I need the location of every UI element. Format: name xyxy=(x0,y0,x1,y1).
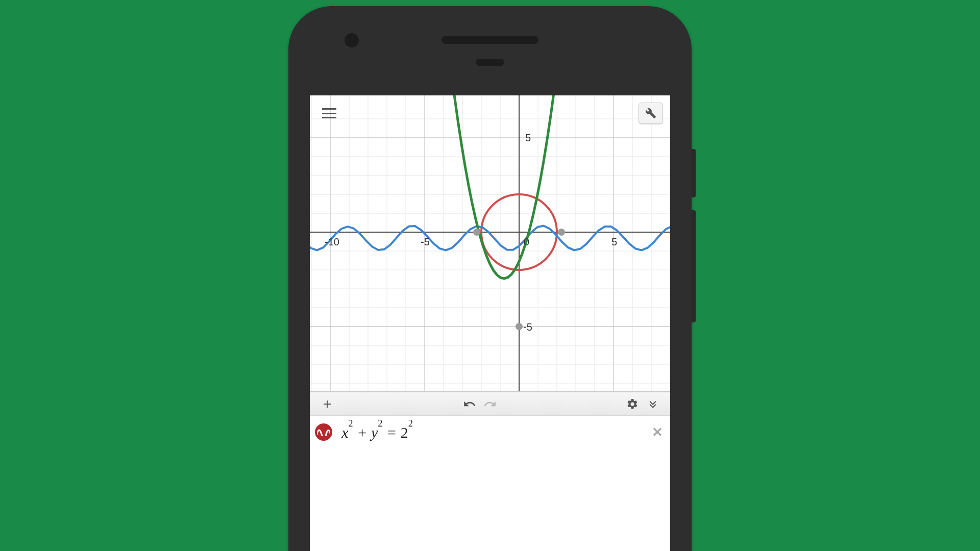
chevron-double-down-icon xyxy=(647,398,659,410)
close-icon: ✕ xyxy=(652,424,663,440)
redo-button[interactable] xyxy=(480,394,500,414)
phone-proximity-sensor xyxy=(476,59,504,66)
gear-icon xyxy=(626,398,639,410)
phone-volume-button xyxy=(692,210,696,322)
intersection-point[interactable] xyxy=(516,323,523,330)
expression-toolbar xyxy=(310,391,670,416)
desmos-logo-icon xyxy=(315,423,332,441)
graph-area[interactable]: -10 -5 0 5 5 -5 xyxy=(310,95,670,391)
phone-speaker xyxy=(442,36,538,44)
expr-exp: 2 xyxy=(408,418,413,429)
add-expression-button[interactable] xyxy=(317,394,337,414)
expr-op: + xyxy=(353,424,371,441)
expression-text[interactable]: x2 + y2 = 22 xyxy=(341,423,413,441)
plus-icon xyxy=(321,398,333,410)
menu-button[interactable] xyxy=(317,103,341,124)
phone-frame: -10 -5 0 5 5 -5 xyxy=(288,6,692,551)
undo-button[interactable] xyxy=(459,394,480,414)
wrench-icon xyxy=(645,108,656,119)
delete-expression-button[interactable]: ✕ xyxy=(652,424,663,440)
collapse-button[interactable] xyxy=(643,394,663,414)
settings-button[interactable] xyxy=(622,394,643,414)
hamburger-icon xyxy=(322,108,336,118)
x-tick-label: -10 xyxy=(325,236,339,248)
intersection-point[interactable] xyxy=(558,229,565,236)
expr-var: x xyxy=(341,424,348,441)
redo-icon xyxy=(483,397,497,411)
expr-var: y xyxy=(371,424,378,441)
x-tick-label: 5 xyxy=(611,236,617,248)
phone-camera xyxy=(345,33,359,47)
intersection-point[interactable] xyxy=(473,229,480,236)
graph-settings-button[interactable] xyxy=(639,103,663,124)
x-tick-label: 0 xyxy=(524,236,529,248)
app-screen: -10 -5 0 5 5 -5 xyxy=(310,95,670,551)
expr-num: 2 xyxy=(401,424,408,441)
expr-op: = xyxy=(383,424,401,441)
expr-exp: 2 xyxy=(348,418,353,429)
expr-exp: 2 xyxy=(378,418,382,429)
y-tick-label: 5 xyxy=(525,132,531,144)
undo-icon xyxy=(463,397,476,411)
x-tick-label: -5 xyxy=(421,236,430,248)
expression-row[interactable]: x2 + y2 = 22 ✕ xyxy=(310,416,670,448)
y-tick-label: -5 xyxy=(523,321,532,333)
phone-power-button xyxy=(692,149,696,197)
